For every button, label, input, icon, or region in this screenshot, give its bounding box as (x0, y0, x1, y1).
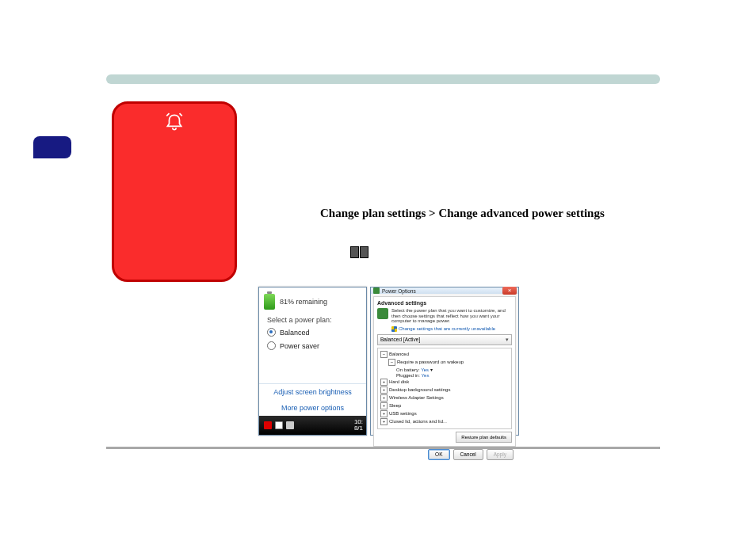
volume-icon[interactable] (286, 421, 294, 429)
description-row: Select the power plan that you want to c… (377, 308, 512, 324)
change-unavailable-link[interactable]: Change settings that are currently unava… (377, 326, 512, 332)
plan-label: Power saver (280, 342, 319, 350)
action-center-icon[interactable] (264, 421, 272, 429)
dialog-footer: OK Cancel Apply (371, 449, 518, 460)
plan-option-power-saver[interactable]: Power saver (259, 339, 366, 352)
svg-line-0 (166, 113, 169, 116)
tree-node-require-password[interactable]: −Require a password on wakeup (380, 359, 509, 366)
bottom-divider (106, 447, 660, 449)
battery-remaining-label: 81% remaining (280, 298, 327, 306)
battery-links: Adjust screen brightness More power opti… (259, 383, 366, 416)
breadcrumb-text: Change plan settings > Change advanced p… (320, 207, 605, 220)
tree-node-usb[interactable]: +USB settings (380, 410, 509, 417)
power-options-dialog: Power Options × Advanced settings Select… (370, 287, 519, 436)
tree-node-plugged-in[interactable]: Plugged in: Yes (380, 373, 509, 378)
battery-tray-icon[interactable] (275, 421, 283, 429)
dialog-title: Power Options (382, 288, 416, 294)
tree-node-hard-disk[interactable]: +Hard disk (380, 379, 509, 386)
battery-status-row: 81% remaining (259, 287, 366, 313)
top-divider (106, 74, 660, 84)
dialog-body: Advanced settings Select the power plan … (373, 296, 516, 447)
alert-card (112, 101, 237, 282)
select-plan-label: Select a power plan: (259, 313, 366, 326)
plan-option-balanced[interactable]: Balanced (259, 326, 366, 339)
advanced-settings-label: Advanced settings (377, 300, 512, 306)
tree-node-sleep[interactable]: +Sleep (380, 402, 509, 409)
battery-popup: 81% remaining Select a power plan: Balan… (258, 287, 367, 436)
radio-selected-icon (267, 328, 276, 337)
tree-node-on-battery[interactable]: On battery: Yes ▾ (380, 367, 509, 372)
svg-line-1 (180, 113, 182, 116)
tray-icons (264, 421, 294, 429)
battery-large-icon (377, 308, 388, 319)
ok-button[interactable]: OK (428, 449, 449, 460)
more-power-options-link[interactable]: More power options (259, 400, 366, 416)
settings-tree[interactable]: −Balanced −Require a password on wakeup … (377, 348, 512, 429)
apply-button[interactable]: Apply (487, 449, 514, 460)
adjust-brightness-link[interactable]: Adjust screen brightness (259, 384, 366, 400)
dialog-titlebar: Power Options × (371, 287, 518, 294)
screenshot-row: 81% remaining Select a power plan: Balan… (258, 287, 519, 436)
icon-a (350, 246, 359, 258)
tree-node-desktop-bg[interactable]: +Desktop background settings (380, 386, 509, 394)
inline-icons (350, 246, 369, 258)
cancel-button[interactable]: Cancel (453, 449, 483, 460)
close-icon[interactable]: × (502, 287, 517, 295)
icon-b (360, 246, 368, 258)
tree-node-closed-lid[interactable]: +Closed lid, actions and lid... (380, 418, 509, 425)
plan-combobox[interactable]: Balanced [Active] (377, 334, 512, 345)
radio-icon (267, 341, 276, 350)
battery-icon (264, 294, 275, 310)
restore-defaults-button[interactable]: Restore plan defaults (456, 432, 512, 443)
description-text: Select the power plan that you want to c… (391, 308, 512, 324)
power-icon (373, 287, 380, 294)
bell-icon (164, 112, 185, 132)
plan-label: Balanced (280, 329, 310, 337)
shield-icon (391, 326, 397, 332)
taskbar-clock: 10: 8/1 (354, 419, 363, 432)
taskbar: 10: 8/1 (259, 416, 366, 435)
tree-node-balanced[interactable]: −Balanced (380, 351, 509, 358)
tree-node-wireless[interactable]: +Wireless Adapter Settings (380, 394, 509, 402)
side-tab (33, 136, 71, 158)
